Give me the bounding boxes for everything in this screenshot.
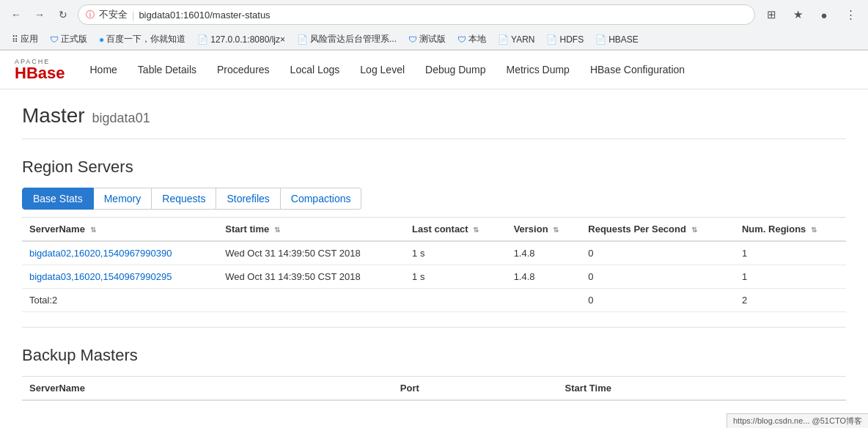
menu-button[interactable]: ⋮ — [840, 4, 861, 25]
security-icon: ⓘ — [86, 9, 95, 21]
col-requests-per-second: Requests Per Second ⇅ — [581, 218, 735, 242]
sort-servername-icon[interactable]: ⇅ — [90, 226, 96, 234]
stats-tabs: Base Stats Memory Requests Storefiles Co… — [22, 188, 846, 210]
hbase-page-icon: 📄 — [595, 34, 606, 45]
region-servers-table: ServerName ⇅ Start time ⇅ Last contact ⇅… — [22, 217, 846, 312]
bookmark-official[interactable]: 🛡 正式版 — [45, 32, 92, 47]
backup-table-header: ServerName Port Start Time — [22, 377, 846, 401]
nav-hbase-configuration[interactable]: HBase Configuration — [580, 51, 695, 89]
backup-col-server-name: ServerName — [22, 377, 393, 401]
sort-version-icon[interactable]: ⇅ — [553, 226, 559, 234]
bookmarks-bar: ⠿ 应用 🛡 正式版 ● 百度一下，你就知道 📄 127.0.0.1:8080/… — [0, 29, 868, 50]
bookmark-test[interactable]: 🛡 测试版 — [404, 32, 450, 47]
yarn-page-icon: 📄 — [498, 34, 509, 45]
baidu-icon: ● — [99, 34, 104, 45]
hdfs-page-icon: 📄 — [546, 34, 557, 45]
rps-cell-1: 0 — [581, 241, 735, 265]
col-num-regions: Num. Regions ⇅ — [735, 218, 846, 242]
server-name-cell-2: bigdata03,16020,1540967990295 — [22, 265, 218, 289]
rps-cell-2: 0 — [581, 265, 735, 289]
sort-starttime-icon[interactable]: ⇅ — [274, 226, 280, 234]
reload-button[interactable]: ↻ — [54, 6, 72, 23]
total-version — [507, 289, 581, 312]
hbase-navigation: APACHE HBase Home Table Details Procedur… — [0, 51, 868, 89]
master-hostname: bigdata01 — [92, 111, 150, 126]
sort-lastcontact-icon[interactable]: ⇅ — [473, 226, 479, 234]
page-content: Master bigdata01 Region Servers Base Sta… — [0, 89, 868, 416]
version-cell-1: 1.4.8 — [507, 241, 581, 265]
nav-metrics-dump[interactable]: Metrics Dump — [496, 51, 580, 89]
total-start-time — [218, 289, 405, 312]
total-last-contact — [405, 289, 507, 312]
tab-base-stats[interactable]: Base Stats — [22, 188, 94, 210]
screen-capture-button[interactable]: ⊞ — [761, 4, 781, 25]
tab-compactions[interactable]: Compactions — [281, 188, 362, 210]
browser-chrome: ← → ↻ ⓘ 不安全 | bigdata01:16010/master-sta… — [0, 0, 868, 51]
backup-col-start-time: Start Time — [558, 377, 846, 401]
profile-button[interactable]: ● — [814, 4, 834, 25]
server-link-1[interactable]: bigdata02,16020,1540967990390 — [29, 248, 172, 259]
tab-storefiles[interactable]: Storefiles — [216, 188, 280, 210]
nav-debug-dump[interactable]: Debug Dump — [415, 51, 496, 89]
bookmark-apps[interactable]: ⠿ 应用 — [7, 32, 43, 47]
region-servers-title: Region Servers — [22, 158, 846, 177]
bookmark-dashboard-label: 风险雷达后台管理系... — [310, 33, 397, 45]
num-regions-cell-2: 1 — [735, 265, 846, 289]
num-regions-cell-1: 1 — [735, 241, 846, 265]
url-text: 不安全 — [99, 8, 128, 21]
total-num-regions: 2 — [735, 289, 846, 312]
section-divider — [22, 327, 846, 328]
server-name-cell: bigdata02,16020,1540967990390 — [22, 241, 218, 265]
sort-numregions-icon[interactable]: ⇅ — [811, 226, 817, 234]
bookmark-localhost-label: 127.0.0.1:8080/ljz× — [210, 34, 285, 45]
nav-table-details[interactable]: Table Details — [128, 51, 207, 89]
bookmark-apps-label: 应用 — [21, 33, 38, 45]
master-label: Master — [22, 104, 85, 128]
table-row: bigdata02,16020,1540967990390 Wed Oct 31… — [22, 241, 846, 265]
bookmark-baidu[interactable]: ● 百度一下，你就知道 — [95, 32, 190, 47]
tab-requests[interactable]: Requests — [152, 188, 216, 210]
nav-home[interactable]: Home — [79, 51, 127, 89]
col-server-name: ServerName ⇅ — [22, 218, 218, 242]
server-link-2[interactable]: bigdata03,16020,1540967990295 — [29, 271, 172, 282]
bookmark-yarn-label: YARN — [511, 34, 534, 45]
browser-icons: ⊞ ★ ● ⋮ — [761, 4, 861, 25]
address-bar[interactable]: ⓘ 不安全 | bigdata01:16010/master-status — [78, 4, 755, 25]
table-header: ServerName ⇅ Start time ⇅ Last contact ⇅… — [22, 218, 846, 242]
nav-log-level[interactable]: Log Level — [350, 51, 415, 89]
total-rps: 0 — [581, 289, 735, 312]
sort-rps-icon[interactable]: ⇅ — [691, 226, 697, 234]
tab-memory[interactable]: Memory — [94, 188, 152, 210]
bookmark-dashboard[interactable]: 📄 风险雷达后台管理系... — [293, 32, 401, 47]
table-body: bigdata02,16020,1540967990390 Wed Oct 31… — [22, 241, 846, 312]
col-version: Version ⇅ — [507, 218, 581, 242]
start-time-cell-2: Wed Oct 31 14:39:50 CST 2018 — [218, 265, 405, 289]
bookmark-local[interactable]: 🛡 本地 — [453, 32, 490, 47]
back-button[interactable]: ← — [7, 6, 25, 23]
nav-procedures[interactable]: Procedures — [207, 51, 280, 89]
apps-grid-icon: ⠿ — [12, 34, 18, 45]
bookmark-hdfs[interactable]: 📄 HDFS — [542, 33, 588, 46]
last-contact-cell-2: 1 s — [405, 265, 507, 289]
start-time-cell-1: Wed Oct 31 14:39:50 CST 2018 — [218, 241, 405, 265]
bookmark-official-label: 正式版 — [61, 33, 87, 45]
hbase-label: HBase — [15, 65, 65, 81]
table-row: bigdata03,16020,1540967990295 Wed Oct 31… — [22, 265, 846, 289]
nav-links: Home Table Details Procedures Local Logs… — [79, 51, 695, 89]
master-heading: Master bigdata01 — [22, 104, 846, 139]
bookmark-hbase-label: HBASE — [608, 34, 639, 45]
status-hint: https://blog.csdn.ne... @51CTO博客 — [727, 413, 868, 416]
bookmark-star-button[interactable]: ★ — [787, 4, 808, 25]
forward-button[interactable]: → — [31, 6, 48, 23]
last-contact-cell-1: 1 s — [405, 241, 507, 265]
shield-blue-icon: 🛡 — [50, 34, 59, 45]
nav-local-logs[interactable]: Local Logs — [280, 51, 350, 89]
total-label: Total:2 — [22, 289, 218, 312]
shield-test-icon: 🛡 — [408, 34, 417, 45]
hbase-logo: APACHE HBase — [15, 52, 65, 87]
bookmark-yarn[interactable]: 📄 YARN — [493, 33, 539, 46]
bookmark-localhost[interactable]: 📄 127.0.0.1:8080/ljz× — [193, 33, 290, 46]
backup-masters-title: Backup Masters — [22, 346, 846, 365]
browser-toolbar: ← → ↻ ⓘ 不安全 | bigdata01:16010/master-sta… — [0, 0, 868, 29]
bookmark-hbase[interactable]: 📄 HBASE — [591, 33, 643, 46]
